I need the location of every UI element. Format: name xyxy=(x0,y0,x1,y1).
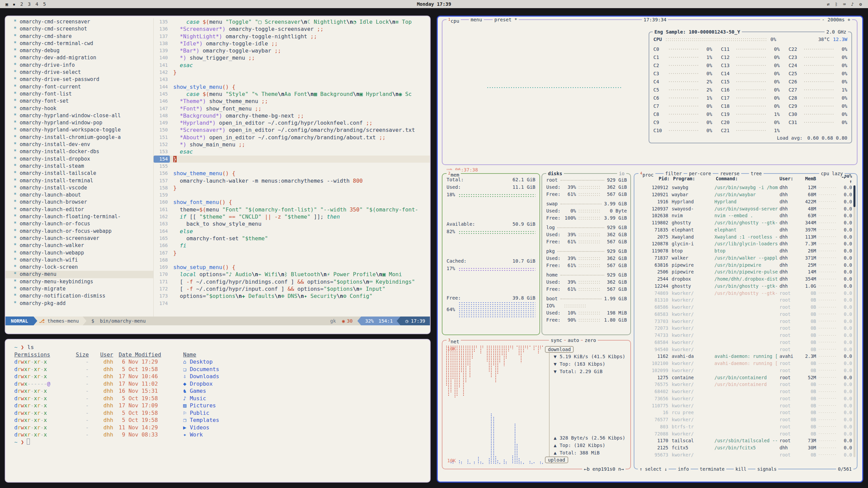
keyboard-icon[interactable]: ⌨ xyxy=(843,2,846,7)
code-line[interactable]: 164 else xyxy=(154,228,430,235)
process-row[interactable]: 63816pipewire/usr/bin/pipewiredhh25M0.0 xyxy=(636,261,852,268)
process-row[interactable]: 1170tailscal/usr/sbin/tailscaled --root7… xyxy=(636,437,852,444)
code-line[interactable]: 174 xyxy=(154,300,430,307)
process-row[interactable]: 68586kworker/root0B0.0 xyxy=(636,304,852,311)
code-line[interactable]: 142} xyxy=(154,69,430,76)
code-line[interactable]: 170 local options="♪ Audio\n⌁ Wifi\nᛒ Bl… xyxy=(154,271,430,278)
code-line[interactable]: 154} xyxy=(154,156,430,163)
file-item[interactable]: *omarchy-font-list xyxy=(5,90,153,98)
file-item[interactable]: *omarchy-launch-about xyxy=(5,191,153,199)
file-item[interactable]: *omarchy-launch-or-focus-webapp xyxy=(5,228,153,235)
process-row[interactable]: 2544dropbox/home/dhh/.dropbox-distdhh354… xyxy=(636,276,852,283)
folder-name[interactable]: Desktop xyxy=(190,358,213,366)
code-line[interactable]: 137 *NightLight*) omarchy-toggle-nightli… xyxy=(154,33,430,40)
terminal-window[interactable]: ~ ❯ lsPermissionsSizeUserDate ModifiedNa… xyxy=(5,339,431,483)
process-row[interactable]: 68584kworker/root0B0.0 xyxy=(636,339,852,346)
process-row[interactable]: 76577kworker/root0B0.0 xyxy=(636,416,852,423)
process-scrollbar[interactable] xyxy=(853,185,855,457)
code-line[interactable]: 161 theme=$(menu "Font" "$(omarchy-font-… xyxy=(154,206,430,213)
file-item[interactable]: *omarchy-hyprland-window-pop xyxy=(5,119,153,126)
code-line[interactable]: 156show_theme_menu() { xyxy=(154,170,430,177)
file-item[interactable]: *omarchy-launch-or-focus xyxy=(5,220,153,227)
file-item[interactable]: *omarchy-lock-screen xyxy=(5,264,153,271)
process-row[interactable]: 73656kworker/root0B0.0 xyxy=(636,395,852,402)
code-line[interactable]: 158} xyxy=(154,184,430,191)
code-line[interactable]: 169show_setup_menu() { xyxy=(154,264,430,271)
code-line[interactable]: 157 omarchy-launch-walker -m menus:omarc… xyxy=(154,177,430,184)
folder-name[interactable]: Documents xyxy=(190,366,219,373)
screen-share-icon[interactable]: ⇄ xyxy=(827,2,830,7)
process-row[interactable]: 119802ghostty/usr/bin/ghostty --gtk-dhh3… xyxy=(636,219,852,226)
code-line[interactable]: 135 case $(menu "Toggle" "▢ Screensaver\… xyxy=(154,18,430,25)
code-line[interactable]: 144show_style_menu() { xyxy=(154,83,430,90)
folder-name[interactable]: Templates xyxy=(190,416,219,424)
diagnostics-indicator[interactable]: ◉30 xyxy=(342,318,353,324)
process-row[interactable]: 71835elephantelephantdhh397M0.0 xyxy=(636,226,852,233)
folder-name[interactable]: Games xyxy=(190,387,206,395)
signals-button[interactable]: signals xyxy=(755,466,778,472)
net-sync-button[interactable]: sync xyxy=(549,337,564,344)
file-item[interactable]: *omarchy-install-dropbox xyxy=(5,156,153,163)
command-line[interactable] xyxy=(5,325,430,333)
preset-button[interactable]: preset * xyxy=(493,16,519,23)
process-row[interactable]: 1162avahi-daavahi-daemon: running [avahi… xyxy=(636,353,852,360)
prompt-line[interactable]: ~ ❯ xyxy=(14,439,430,446)
folder-name[interactable]: Videos xyxy=(190,424,210,431)
per-core-button[interactable]: per-core xyxy=(687,170,713,177)
code-line[interactable]: 149 *Hyprland*) open_in_editor ~/.config… xyxy=(154,119,430,126)
file-item[interactable]: *omarchy-install-dev-env xyxy=(5,141,153,148)
process-row[interactable]: 102099kworker/root0B0.0 xyxy=(636,367,852,374)
file-item[interactable]: *omarchy-cmd-terminal-cwd xyxy=(5,40,153,47)
file-item[interactable]: *omarchy-install-vscode xyxy=(5,184,153,191)
folder-name[interactable]: Music xyxy=(190,395,206,402)
code-line[interactable]: 166 fi xyxy=(154,242,430,249)
file-item[interactable]: *omarchy-launch-walker xyxy=(5,242,153,249)
process-row[interactable]: 72073kworker/root0B0.0 xyxy=(636,325,852,332)
file-item[interactable]: *omarchy-launch-screensaver xyxy=(5,235,153,242)
info-button[interactable]: info xyxy=(676,466,691,472)
process-row[interactable]: 2506pipewire/usr/bin/pipewire-pulsedhh14… xyxy=(636,268,852,276)
file-item[interactable]: *omarchy-install-chromium-google-a xyxy=(5,134,153,141)
code-line[interactable]: 136 *Screensaver*) omarchy-toggle-screen… xyxy=(154,25,430,33)
process-row[interactable]: 12244ghostty/usr/bin/ghostty --gtk-dhh1.… xyxy=(636,283,852,290)
code-line[interactable]: 167} xyxy=(154,249,430,257)
file-item[interactable]: *omarchy-pkg-add xyxy=(5,300,153,307)
tab-disks[interactable]: disks xyxy=(546,170,564,177)
process-row[interactable]: 73703kworker/root0B0.0 xyxy=(636,318,852,325)
process-row[interactable]: 120937swayosd-/usr/bin/swayosd-serverdhh… xyxy=(636,205,852,212)
file-item[interactable]: *omarchy-cmd-screenshot xyxy=(5,25,153,33)
volume-icon[interactable]: ♪ xyxy=(851,2,854,7)
folder-name[interactable]: Pictures xyxy=(190,402,216,409)
process-row[interactable]: 72088kworker/root0B0.0 xyxy=(636,430,852,437)
code-line[interactable]: 155 xyxy=(154,163,430,170)
file-item[interactable]: *omarchy-dev-add-migration xyxy=(5,54,153,61)
process-row[interactable]: 102638nvimnvim --embed .dhh63M0.0 xyxy=(636,212,852,219)
net-interface[interactable]: ←b enp191s0 n→ xyxy=(582,466,626,472)
sort-selector[interactable]: cpu lazy xyxy=(819,170,845,177)
folder-name[interactable]: Work xyxy=(190,431,203,439)
select-control[interactable]: ↑ select ↓ xyxy=(638,466,669,472)
process-row[interactable]: 94540kworker/root0B0.0 xyxy=(636,346,852,353)
code-line[interactable]: 145 case $(menu "Style" "✎ Theme\nAa Fon… xyxy=(154,90,430,98)
process-row[interactable]: 1916HyprlandHyprlanddhh422M0.0 xyxy=(636,198,852,205)
code-line[interactable]: 147 *Font*) show_font_menu ;; xyxy=(154,105,430,112)
process-row[interactable]: 68583kworker/root0B0.0 xyxy=(636,311,852,318)
file-item[interactable]: *omarchy-drive-select xyxy=(5,69,153,76)
code-line[interactable]: 143 xyxy=(154,76,430,83)
process-row[interactable]: 81310kworker/root0B0.0 xyxy=(636,297,852,304)
file-item[interactable]: *omarchy-cmd-screensaver xyxy=(5,18,153,25)
file-item[interactable]: *omarchy-launch-webapp xyxy=(5,249,153,257)
code-line[interactable]: 139 *Bar*) omarchy-toggle-waybar ;; xyxy=(154,47,430,54)
process-row[interactable]: 102100kworker/avahi-daemon: running [roo… xyxy=(636,360,852,367)
process-row[interactable]: 16rcu_preeroot0B0.0 xyxy=(636,409,852,416)
file-item[interactable]: *omarchy-hook xyxy=(5,105,153,112)
process-row[interactable]: 2075XwaylandXwayland :1 -rootless -dhh11… xyxy=(636,233,852,240)
process-row[interactable]: 110775kworker/root0B0.0 xyxy=(636,402,852,409)
file-item[interactable]: *omarchy-font-current xyxy=(5,83,153,90)
terminate-button[interactable]: terminate xyxy=(698,466,726,472)
code-line[interactable]: 172 [ -f ~/.config/hypr/input.conf ] && … xyxy=(154,285,430,292)
menu-button[interactable]: menu xyxy=(469,16,484,23)
code-line[interactable]: 160show_font_menu() { xyxy=(154,199,430,206)
reverse-button[interactable]: reverse xyxy=(718,170,741,177)
code-line[interactable]: 138 *Idle*) omarchy-toggle-idle ;; xyxy=(154,40,430,47)
